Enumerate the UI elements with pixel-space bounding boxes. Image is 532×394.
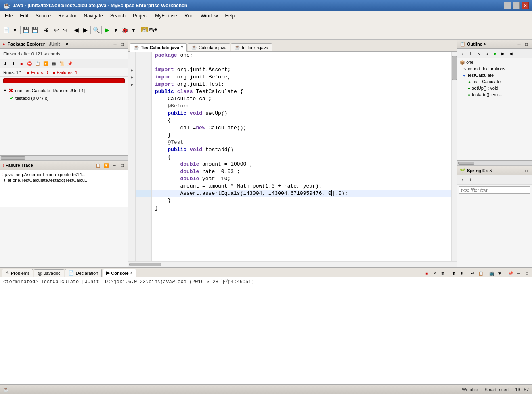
failure-filter-btn[interactable]: 🔽 <box>103 162 109 169</box>
bottom-tab-declaration[interactable]: 📄 Declaration <box>65 269 102 277</box>
bottom-scroll-end-btn[interactable]: ⬇ <box>458 270 465 277</box>
code-line-14[interactable]: public void testadd() <box>152 146 451 154</box>
menu-window[interactable]: Window <box>197 12 221 19</box>
code-line-16[interactable]: double amount = 10000 ; <box>152 161 451 168</box>
menu-run[interactable]: Run <box>181 12 197 19</box>
code-line-12[interactable]: } <box>152 132 451 139</box>
outline-hide-nonpublic-btn[interactable]: p <box>483 50 490 57</box>
outline-hide-fields-btn[interactable]: f <box>467 50 474 57</box>
redo-btn[interactable]: ↪ <box>61 25 70 34</box>
outline-close-icon[interactable]: × <box>484 42 486 46</box>
failure-line-2[interactable]: ⬇ at one.TestCalculate.testadd(TestCalcu… <box>2 177 126 183</box>
outline-min-btn[interactable]: ─ <box>516 41 522 47</box>
menu-source[interactable]: Source <box>32 12 54 19</box>
spring-max-btn[interactable]: □ <box>523 167 530 174</box>
code-line-21[interactable]: } <box>152 197 451 204</box>
run-btn[interactable]: ▶ <box>103 25 111 34</box>
navigate-fwd-btn[interactable]: ▶ <box>81 25 90 34</box>
outline-sync-btn[interactable]: ● <box>491 50 498 57</box>
outline-sort-btn[interactable]: ↕ <box>459 50 466 57</box>
code-line-20[interactable]: Assert.assertEquals(143004, 143004.67109… <box>152 190 451 197</box>
menu-file[interactable]: File <box>2 12 16 19</box>
console-tab-close[interactable]: × <box>130 271 133 275</box>
bottom-tab-problems[interactable]: ⚠ Problems <box>2 269 33 277</box>
junit-tree-test[interactable]: ✔ testadd (0.077 s) <box>2 95 126 102</box>
outline-item-setup-method[interactable]: ● setUp() : void <box>458 85 531 91</box>
editor-hscroll-thumb[interactable] <box>129 263 161 266</box>
run-dropdown-btn[interactable]: ▼ <box>111 25 120 34</box>
package-explorer-tab[interactable]: Package Explorer <box>8 42 45 46</box>
toolbar-dropdown1[interactable]: ▼ <box>10 25 19 34</box>
code-line-19[interactable]: amount = amount * Math.pow(1.0 + rate, y… <box>152 183 451 190</box>
bottom-copy-btn[interactable]: 📋 <box>477 270 484 277</box>
code-line-13[interactable]: @Test <box>152 139 451 146</box>
bottom-pin-btn[interactable]: 📌 <box>507 270 514 277</box>
junit-prev-failure-btn[interactable]: ⬆ <box>10 60 17 67</box>
code-line-7[interactable]: Calculate cal; <box>152 95 451 103</box>
java-perspective-btn[interactable]: ☕ <box>140 25 149 34</box>
outline-item-cal-field[interactable]: ▲ cal : Calculate <box>458 78 531 85</box>
junit-stop-btn[interactable]: ⛔ <box>26 60 33 67</box>
outline-max-btn[interactable]: □ <box>523 41 530 47</box>
outline-hscroll[interactable] <box>457 160 532 165</box>
pkg-close-icon[interactable]: × <box>66 42 68 46</box>
debug-btn[interactable]: 🐞 <box>120 25 129 34</box>
maximize-button[interactable]: □ <box>513 2 520 9</box>
code-line-22[interactable]: } <box>152 204 451 212</box>
menu-refactor[interactable]: Refactor <box>55 12 80 19</box>
editor-tab-fulifourth[interactable]: ☕ fulifourth.java <box>231 43 272 51</box>
tab1-close[interactable]: × <box>181 45 183 50</box>
title-bar-controls[interactable]: ─ □ ✕ <box>504 2 529 9</box>
bottom-scroll-top-btn[interactable]: ⬆ <box>450 270 457 277</box>
junit-next-failure-btn[interactable]: ⬇ <box>2 60 9 67</box>
editor-vscroll-thumb[interactable] <box>452 56 457 80</box>
bottom-word-wrap-btn[interactable]: ↵ <box>469 270 476 277</box>
outline-item-testcalculate-class[interactable]: ● TestCalculate <box>458 72 531 78</box>
editor-hscroll[interactable] <box>128 261 457 267</box>
outline-expand-btn[interactable]: ▶ <box>499 50 507 57</box>
code-line-5[interactable]: import org.junit.Test; <box>152 81 451 88</box>
failure-max-btn[interactable]: □ <box>119 162 126 169</box>
code-line-9[interactable]: public void setUp() <box>152 110 451 117</box>
outline-collapse-btn[interactable]: ◀ <box>507 50 515 57</box>
bottom-console-dropdown-btn[interactable]: ▼ <box>496 270 503 277</box>
new-file-btn[interactable]: 📄 <box>2 25 10 34</box>
junit-history-btn[interactable]: 📋 <box>34 60 41 67</box>
code-line-17[interactable]: double rate =0.03 ; <box>152 168 451 175</box>
spring-toolbar-btn1[interactable]: ↕ <box>459 176 466 183</box>
junit-tab[interactable]: JUnit <box>47 42 62 46</box>
outline-hide-static-btn[interactable]: s <box>475 50 482 57</box>
bottom-stop-btn[interactable]: ■ <box>423 270 430 277</box>
bottom-max-btn[interactable]: □ <box>523 270 530 277</box>
outline-hscroll-thumb[interactable] <box>458 162 474 165</box>
code-line-1[interactable]: package one; <box>152 52 451 59</box>
spring-toolbar-btn2[interactable]: f <box>467 176 474 183</box>
failure-line-1[interactable]: ! java.lang.AssertionError: expected:<14… <box>2 172 126 177</box>
undo-btn[interactable]: ↩ <box>52 25 61 34</box>
save-btn[interactable]: 💾 <box>21 25 30 34</box>
bottom-remove-btn[interactable]: 🗑 <box>439 270 446 277</box>
bottom-tab-console[interactable]: ▶ Console × <box>103 269 136 277</box>
bottom-tab-javadoc[interactable]: @ Javadoc <box>34 269 64 277</box>
print-btn[interactable]: 🖨 <box>41 25 50 34</box>
outline-item-one[interactable]: 📦 one <box>458 59 531 65</box>
editor-tab-testcalculate[interactable]: ☕ TestCalculate.java × <box>130 43 187 52</box>
code-line-15[interactable]: { <box>152 154 451 161</box>
junit-filter-btn[interactable]: 🔽 <box>42 60 49 67</box>
outline-item-imports[interactable]: ↘ import declarations <box>458 65 531 72</box>
search-btn[interactable]: 🔍 <box>92 25 101 34</box>
bottom-terminate-btn[interactable]: ✕ <box>431 270 438 277</box>
menu-project[interactable]: Project <box>130 12 151 19</box>
code-line-8[interactable]: @Before <box>152 103 451 110</box>
junit-layout-btn[interactable]: ▦ <box>50 60 57 67</box>
navigate-back-btn[interactable]: ◀ <box>72 25 81 34</box>
maximize-panel-btn[interactable]: □ <box>119 41 126 47</box>
code-line-6[interactable]: public class TestCalculate { <box>152 88 451 95</box>
code-line-3[interactable]: import org.junit.Assert; <box>152 66 451 74</box>
minimize-panel-btn[interactable]: ─ <box>112 41 118 47</box>
spring-close-icon[interactable]: × <box>489 168 492 173</box>
code-editor[interactable]: package one; import org.junit.Assert; im… <box>152 52 451 261</box>
junit-tree-hscroll[interactable] <box>0 155 128 160</box>
myeclipse-perspective-btn[interactable]: MyE <box>149 25 158 34</box>
code-line-18[interactable]: double year =10; <box>152 175 451 183</box>
